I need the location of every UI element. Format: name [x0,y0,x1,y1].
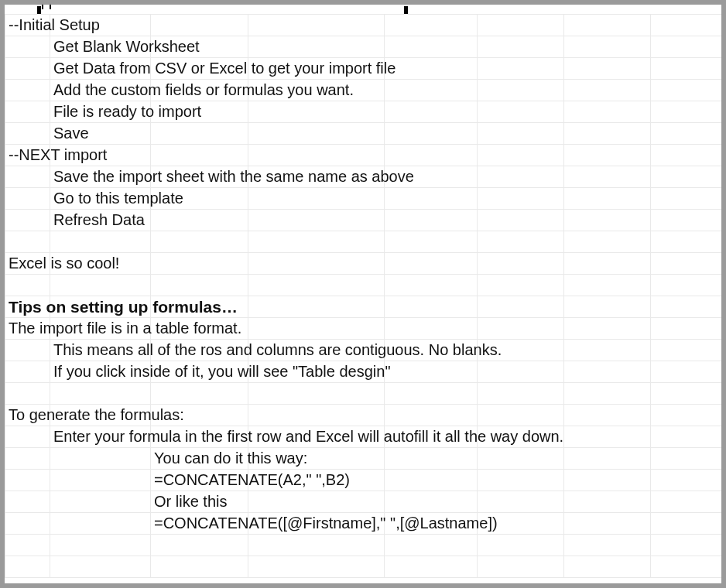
cell[interactable] [385,405,478,426]
cell[interactable] [5,426,50,448]
cell[interactable] [478,36,564,58]
cell[interactable] [248,15,385,36]
cell[interactable] [651,513,722,535]
cell[interactable] [385,491,478,513]
cell[interactable] [651,188,722,210]
cell[interactable] [385,210,478,231]
cell[interactable] [564,491,651,513]
cell[interactable] [50,535,151,556]
cell[interactable] [478,361,564,383]
cell[interactable] [478,80,564,101]
cell[interactable] [248,253,385,275]
cell[interactable] [651,470,722,491]
cell[interactable] [564,166,651,188]
cell[interactable] [248,210,385,231]
cell[interactable] [385,231,478,253]
cell[interactable] [478,275,564,296]
cell[interactable] [651,253,722,275]
cell[interactable] [50,448,151,470]
cell[interactable] [5,58,50,80]
cell[interactable] [478,253,564,275]
cell[interactable] [248,188,385,210]
cell[interactable]: Excel is so cool! [5,253,50,275]
cell[interactable] [385,535,478,556]
cell[interactable] [151,123,248,145]
cell[interactable] [478,231,564,253]
cell[interactable] [5,448,50,470]
cell[interactable] [478,101,564,123]
cell[interactable]: File is ready to import [50,101,151,123]
cell[interactable] [50,231,151,253]
cell[interactable] [385,58,478,80]
cell[interactable] [564,253,651,275]
cell[interactable] [50,513,151,535]
cell[interactable] [651,275,722,296]
cell[interactable] [651,318,722,340]
cell[interactable] [248,491,385,513]
cell[interactable] [651,340,722,361]
cell[interactable]: Add the custom fields or formulas you wa… [50,80,151,101]
cell[interactable] [385,253,478,275]
cell[interactable] [5,340,50,361]
cell[interactable] [248,123,385,145]
cell[interactable] [651,535,722,556]
cell[interactable] [478,188,564,210]
cell[interactable] [151,210,248,231]
cell[interactable] [478,296,564,318]
cell[interactable]: Save [50,123,151,145]
cell[interactable] [564,188,651,210]
cell[interactable] [385,275,478,296]
cell[interactable] [5,513,50,535]
cell[interactable] [564,318,651,340]
cell[interactable] [248,296,385,318]
cell[interactable] [478,318,564,340]
cell[interactable] [5,383,50,405]
cell[interactable]: Get Blank Worksheet [50,36,151,58]
cell[interactable] [151,535,248,556]
cell[interactable] [478,58,564,80]
cell[interactable] [564,58,651,80]
cell[interactable] [151,275,248,296]
cell[interactable]: Get Data from CSV or Excel to get your i… [50,58,151,80]
cell[interactable]: =CONCATENATE([@Firstname]," ",[@Lastname… [151,513,248,535]
cell[interactable] [651,491,722,513]
cell[interactable] [5,80,50,101]
cell[interactable] [50,383,151,405]
cell[interactable] [651,36,722,58]
cell[interactable] [651,405,722,426]
cell[interactable] [50,275,151,296]
cell[interactable] [385,36,478,58]
cell[interactable]: The import file is in a table format. [5,318,50,340]
cell[interactable] [564,405,651,426]
cell[interactable] [478,15,564,36]
cell[interactable] [385,556,478,578]
cell[interactable] [651,210,722,231]
cell[interactable] [5,275,50,296]
cell[interactable] [151,383,248,405]
cell[interactable] [5,101,50,123]
cell[interactable] [651,80,722,101]
cell[interactable] [248,275,385,296]
cell[interactable] [5,535,50,556]
cell[interactable] [385,361,478,383]
cell[interactable]: Refresh Data [50,210,151,231]
cell[interactable] [5,188,50,210]
cell[interactable] [564,361,651,383]
cell[interactable] [151,15,248,36]
cell[interactable] [651,426,722,448]
cell[interactable] [5,123,50,145]
cell[interactable] [564,513,651,535]
cell[interactable] [151,253,248,275]
cell[interactable] [478,166,564,188]
spreadsheet-area[interactable]: --Initial SetupGet Blank WorksheetGet Da… [5,14,721,583]
cell[interactable]: Save the import sheet with the same name… [50,166,151,188]
cell[interactable] [564,296,651,318]
cell[interactable] [478,145,564,166]
cell[interactable] [564,426,651,448]
cell[interactable] [564,80,651,101]
cell[interactable] [564,535,651,556]
cell[interactable]: Or like this [151,491,248,513]
cell[interactable] [248,556,385,578]
cell[interactable] [651,166,722,188]
cell[interactable] [385,80,478,101]
